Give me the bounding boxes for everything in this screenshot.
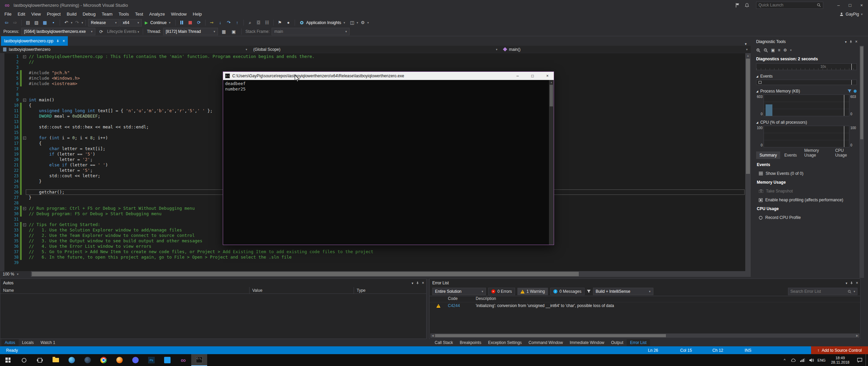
close-panel-icon[interactable]: ×	[855, 39, 857, 44]
scroll-right-icon[interactable]: ▶	[855, 334, 860, 337]
app-icon-photoshop[interactable]: Ps	[143, 354, 159, 366]
column-indicator[interactable]: Col 15	[680, 348, 712, 353]
stop-debugging-icon[interactable]	[186, 19, 194, 26]
description-column[interactable]: Description	[476, 296, 860, 302]
toolbar-extra-dropdown-icon[interactable]: ▾	[357, 21, 358, 24]
console-window[interactable]: C:\ C:\Users\GayPig\source\repos\lastboy…	[223, 72, 554, 245]
code-line-39[interactable]: 39	[4, 260, 751, 265]
hidden-icons-chevron[interactable]: ^	[781, 354, 789, 366]
code-line-2[interactable]: 2//	[4, 59, 751, 65]
redo-icon[interactable]: ↷	[73, 19, 81, 26]
menu-item-help[interactable]: Help	[190, 11, 205, 18]
undo-dropdown-icon[interactable]: ▾	[71, 21, 73, 24]
zoom-out-icon[interactable]	[764, 48, 768, 53]
new-file-icon[interactable]: ▤	[24, 19, 32, 26]
timeline-icon[interactable]: ≡	[778, 48, 780, 53]
scroll-up-icon[interactable]: ▲	[549, 80, 554, 84]
messages-filter-button[interactable]: i 0 Messages	[550, 288, 585, 295]
autos-header[interactable]: Autos ▾ ×	[0, 279, 426, 287]
error-code-link[interactable]: C4244	[447, 303, 476, 308]
step-into-icon[interactable]: ↓	[216, 19, 224, 26]
menu-item-analyze[interactable]: Analyze	[146, 11, 168, 18]
fold-collapse-icon[interactable]: −	[23, 99, 26, 102]
pin-icon[interactable]	[56, 39, 59, 43]
insert-mode-indicator[interactable]: INS	[745, 348, 764, 353]
menu-item-team[interactable]: Team	[99, 11, 116, 18]
menu-item-view[interactable]: View	[28, 11, 44, 18]
platform-dropdown[interactable]: x64▾	[120, 19, 142, 26]
pin-icon[interactable]	[849, 40, 852, 43]
step-over-icon[interactable]: ↷	[225, 19, 233, 26]
scrollbar-thumb[interactable]	[435, 334, 666, 337]
app-icon-discord[interactable]	[127, 354, 143, 366]
events-timeline-track[interactable]	[756, 80, 857, 85]
minimize-button[interactable]: –	[833, 1, 844, 9]
search-options-chevron-icon[interactable]: ▾	[853, 290, 855, 293]
diag-tab-events[interactable]: Events	[781, 151, 800, 159]
continue-button[interactable]: ▶ Continue ▾	[142, 19, 173, 26]
build-filter-dropdown[interactable]: Build + IntelliSense▾	[593, 288, 653, 295]
toolbar-options-icon[interactable]: ⚙	[359, 19, 367, 26]
tab-autos[interactable]: Autos	[1, 339, 19, 346]
event-marker[interactable]	[758, 81, 762, 84]
tab-call-stack[interactable]: Call Stack	[431, 339, 456, 346]
find-in-files-icon[interactable]: ⌕	[246, 19, 254, 26]
thread-dropdown[interactable]: [8172] Main Thread▾	[163, 28, 218, 35]
autos-column-name[interactable]: Name	[0, 287, 250, 293]
autos-column-type[interactable]: Type	[354, 287, 426, 293]
scrollbar-thumb[interactable]	[32, 272, 579, 276]
navigate-backward-icon[interactable]: ⇦	[3, 19, 11, 26]
lifecycle-events-dropdown[interactable]: Lifecycle Events ▾	[107, 29, 139, 34]
menu-item-test[interactable]: Test	[132, 11, 146, 18]
autos-column-value[interactable]: Value	[250, 287, 354, 293]
diagnostic-tools-header[interactable]: Diagnostic Tools ▾ ×	[753, 38, 860, 46]
app-icon-edge[interactable]	[64, 354, 80, 366]
app-icon-steam[interactable]	[80, 354, 96, 366]
scope-dropdown[interactable]: (Global Scope) ▾	[250, 46, 500, 53]
menu-item-tools[interactable]: Tools	[116, 11, 132, 18]
code-line-1[interactable]: 1−// lastboyiqlowerthenzero.cpp : This f…	[4, 54, 751, 59]
app-icon-chrome[interactable]	[96, 354, 112, 366]
restart-icon[interactable]: ⟳	[195, 19, 203, 26]
reset-view-icon[interactable]: ▣	[771, 48, 775, 53]
window-position-chevron-icon[interactable]: ▾	[845, 40, 847, 44]
code-line-37[interactable]: 37// 5. Go to Project > Add New Item to …	[4, 249, 751, 255]
fold-collapse-icon[interactable]: −	[23, 207, 26, 210]
scrollbar-thumb[interactable]	[860, 46, 863, 139]
editor-tab-lastboyiqlowerthenzero[interactable]: lastboyiqlowerthenzero.cpp ×	[1, 36, 68, 46]
error-list-header[interactable]: Error List ▾ ×	[430, 279, 860, 287]
project-dropdown[interactable]: lastboyiqlowerthenzero ▾	[0, 46, 250, 53]
pin-icon[interactable]	[850, 281, 853, 285]
title-bar[interactable]: ∞ lastboyiqlowerthenzero (Running) - Mic…	[0, 0, 868, 10]
menu-item-debug[interactable]: Debug	[80, 11, 99, 18]
close-panel-icon[interactable]: ×	[856, 281, 858, 285]
application-insights-dropdown[interactable]: Application Insights ▾	[297, 19, 348, 26]
tab-output[interactable]: Output	[608, 339, 627, 346]
show-next-statement-icon[interactable]: ⇾	[208, 19, 216, 26]
settings-gear-icon[interactable]: ⚙	[783, 48, 787, 53]
show-desktop-button[interactable]	[866, 354, 868, 366]
scroll-up-icon[interactable]: ▲	[745, 53, 751, 58]
restore-button[interactable]: □	[844, 1, 856, 9]
comment-icon[interactable]: ☲	[255, 19, 262, 26]
window-position-chevron-icon[interactable]: ▾	[846, 281, 847, 285]
app-icon-firefox[interactable]	[112, 354, 127, 366]
break-all-icon[interactable]	[178, 19, 186, 26]
filter-funnel-icon[interactable]	[848, 89, 851, 93]
menu-item-file[interactable]: File	[1, 11, 15, 18]
scroll-left-icon[interactable]: ◀	[430, 334, 435, 337]
bookmark-icon[interactable]: ⚑	[276, 19, 284, 26]
close-tab-icon[interactable]: ×	[62, 39, 65, 43]
toolbar-options-dropdown-icon[interactable]: ▾	[367, 21, 369, 24]
process-memory-graph[interactable]	[764, 95, 849, 116]
code-line-3[interactable]: 3	[4, 65, 751, 70]
console-minimize-button[interactable]: –	[511, 72, 524, 80]
autos-grid-body[interactable]	[0, 294, 426, 331]
console-scrollbar[interactable]: ▲	[549, 80, 554, 245]
zoom-in-icon[interactable]	[756, 48, 761, 53]
file-explorer-icon[interactable]	[48, 354, 64, 366]
navigate-forward-icon[interactable]: ⇨	[11, 19, 19, 26]
save-icon[interactable]: ▩	[41, 19, 49, 26]
diag-tab-memory-usage[interactable]: Memory Usage	[801, 147, 831, 159]
refresh-processes-icon[interactable]: ⟳	[97, 28, 105, 35]
